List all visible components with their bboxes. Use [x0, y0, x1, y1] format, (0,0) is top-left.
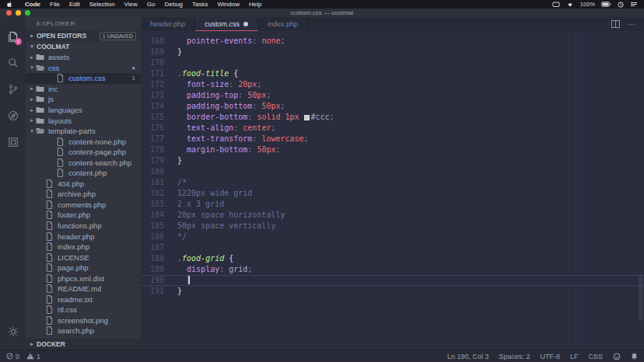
tree-item-header-php[interactable]: header.php — [26, 231, 141, 242]
code-line-text: pointer-events: none; — [164, 36, 285, 47]
tree-item-layouts[interactable]: ▸layouts — [26, 115, 141, 126]
tree-item-assets[interactable]: ▸assets — [26, 52, 141, 63]
text-cursor — [188, 276, 190, 284]
indentation-indicator[interactable]: Spaces: 2 — [499, 353, 530, 360]
menu-item-help[interactable]: Help — [244, 1, 266, 8]
tree-item-content-page-php[interactable]: content-page.php — [26, 147, 141, 158]
file-icon — [44, 316, 54, 325]
tree-item-index-php[interactable]: index.php — [26, 242, 141, 252]
tree-item-rtl-css[interactable]: rtl.css — [26, 305, 141, 315]
menu-item-code[interactable]: Code — [20, 1, 45, 8]
tree-item-page-php[interactable]: page.php — [26, 263, 141, 273]
tree-item-404-php[interactable]: 404.php — [26, 179, 141, 190]
tree-item-phpcs-xml-dist[interactable]: phpcs.xml.dist — [26, 273, 141, 284]
extensions-icon[interactable] — [0, 129, 26, 155]
tree-item-content-search-php[interactable]: content-search.php — [26, 157, 141, 168]
minimize-window-button[interactable] — [16, 10, 21, 16]
tree-item-screenshot-png[interactable]: screenshot.png — [26, 315, 141, 326]
clock-icon[interactable] — [618, 2, 624, 8]
close-window-button[interactable] — [6, 10, 12, 16]
tree-item-inc[interactable]: ▸inc — [26, 84, 141, 95]
tree-item-content-none-php[interactable]: content-none.php — [26, 136, 141, 147]
window-title: custom.css — coolmat — [291, 9, 353, 16]
file-tree: ▸assets▾css●custom.css1▸inc▸js▸languages… — [26, 52, 141, 339]
folder-open-icon — [35, 64, 45, 71]
cursor-position-indicator[interactable]: Ln 190, Col 3 — [447, 353, 489, 360]
tree-item-template-parts[interactable]: ▾template-parts — [26, 126, 141, 137]
open-editors-section[interactable]: ▸ OPEN EDITORS 1 UNSAVED — [26, 30, 141, 41]
file-icon — [55, 158, 65, 167]
wifi-icon[interactable] — [566, 2, 574, 8]
menu-item-file[interactable]: File — [45, 1, 65, 8]
tree-item-functions-php[interactable]: functions.php — [26, 221, 141, 231]
unsaved-dot-icon[interactable] — [243, 22, 248, 26]
settings-gear-icon[interactable] — [0, 318, 26, 345]
apple-menu-icon[interactable] — [6, 1, 12, 8]
docker-section[interactable]: ▸ DOCKER — [26, 339, 141, 350]
line-number: 178 — [141, 144, 164, 155]
display-icon[interactable] — [552, 2, 560, 8]
menu-item-debug[interactable]: Debug — [159, 1, 187, 8]
code-line-text: /* — [164, 177, 187, 188]
warnings-indicator[interactable]: 1 — [26, 353, 40, 360]
menu-item-view[interactable]: View — [120, 1, 142, 8]
notifications-bell-icon[interactable] — [631, 353, 638, 360]
line-number: 168 — [141, 36, 164, 47]
control-center-icon[interactable] — [630, 2, 638, 7]
line-number: 183 — [141, 199, 164, 210]
chevron-down-icon: ▾ — [29, 128, 35, 134]
line-number: 188 — [141, 253, 164, 264]
folder-closed-icon — [35, 54, 45, 61]
more-actions-icon[interactable]: ⋯ — [628, 20, 636, 29]
docker-label: DOCKER — [37, 340, 65, 348]
zoom-window-button[interactable] — [25, 10, 30, 16]
code-line-text: 50px space vertically — [164, 221, 275, 231]
code-line-181: 181/* — [141, 177, 644, 188]
tree-item-readme-md[interactable]: README.md — [26, 284, 141, 294]
code-line-183: 1832 x 3 grid — [141, 199, 644, 210]
language-mode-indicator[interactable]: CSS — [588, 353, 603, 360]
eol-indicator[interactable]: LF — [570, 353, 579, 360]
window-titlebar[interactable]: custom.css — coolmat — [0, 9, 644, 17]
menu-item-selection[interactable]: Selection — [85, 1, 120, 8]
tree-item-label: custom.css — [68, 74, 106, 82]
chevron-down-icon: ▾ — [29, 64, 35, 71]
tree-item-readme-txt[interactable]: readme.txt — [26, 294, 141, 305]
menu-item-edit[interactable]: Edit — [65, 1, 85, 8]
line-number: 174 — [141, 101, 164, 112]
tree-item-comments-php[interactable]: comments.php — [26, 200, 141, 211]
explorer-sidebar: EXPLORER ▸ OPEN EDITORS 1 UNSAVED ▾ COOL… — [26, 17, 141, 350]
errors-indicator[interactable]: 0 — [6, 353, 19, 360]
code-line-text: display: grid; — [164, 264, 252, 275]
line-number: 184 — [141, 210, 164, 221]
tree-item-label: footer.php — [58, 211, 90, 219]
root-folder-section[interactable]: ▾ COOLMAT — [26, 41, 141, 52]
encoding-indicator[interactable]: UTF-8 — [540, 353, 560, 360]
tree-item-js[interactable]: ▸js — [26, 94, 141, 105]
tree-item-label: README.md — [58, 284, 101, 293]
tree-item-custom-css[interactable]: custom.css1 — [26, 73, 141, 84]
tree-item-search-php[interactable]: search.php — [26, 325, 141, 336]
tree-item-license[interactable]: LICENSE — [26, 252, 141, 263]
tree-item-css[interactable]: ▾css● — [26, 63, 141, 74]
debug-icon[interactable] — [0, 103, 26, 129]
tree-item-label: LICENSE — [58, 253, 89, 262]
tab-custom-css[interactable]: custom.css — [195, 17, 258, 31]
tree-item-footer-php[interactable]: footer.php — [26, 210, 141, 221]
menu-item-window[interactable]: Window — [213, 1, 244, 8]
tree-item-archive-php[interactable]: archive.php — [26, 189, 141, 200]
explorer-icon[interactable]: 1 — [0, 23, 26, 50]
source-control-icon[interactable] — [0, 76, 26, 103]
file-icon — [44, 263, 54, 272]
search-icon[interactable] — [0, 50, 26, 76]
tab-header-php[interactable]: header.php — [141, 17, 195, 31]
menu-items: CodeFileEditSelectionViewGoDebugTasksWin… — [20, 1, 266, 8]
tab-index-php[interactable]: index.php — [258, 17, 308, 31]
tree-item-languages[interactable]: ▸languages — [26, 105, 141, 116]
split-editor-icon[interactable] — [611, 20, 620, 28]
code-editor[interactable]: 168 pointer-events: none;169}170 171.foo… — [141, 31, 644, 350]
feedback-smiley-icon[interactable] — [613, 353, 621, 360]
menu-item-go[interactable]: Go — [142, 1, 160, 8]
menu-item-tasks[interactable]: Tasks — [187, 1, 212, 8]
tree-item-content-php[interactable]: content.php — [26, 168, 141, 179]
